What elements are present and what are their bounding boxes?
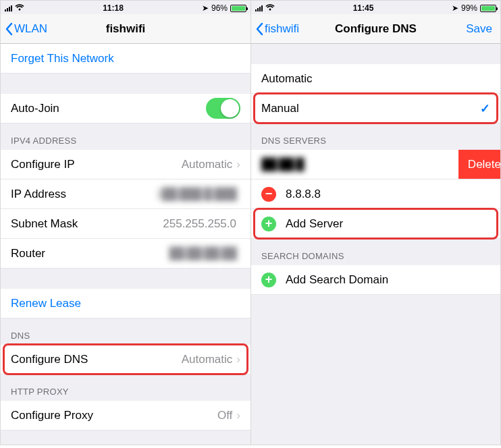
chevron-right-icon: › <box>236 409 240 422</box>
chevron-left-icon <box>5 22 13 36</box>
check-icon: ✓ <box>480 101 490 116</box>
dns-header: DNS <box>1 318 250 345</box>
nav-bar: fishwifi Configure DNS Save <box>251 14 500 44</box>
status-bar: 11:45 ➤ 99% <box>251 1 500 14</box>
dns-servers-header: DNS SERVERS <box>251 123 500 150</box>
chevron-right-icon: › <box>236 353 240 366</box>
battery-icon <box>480 5 496 12</box>
dns-mode-automatic[interactable]: Automatic <box>251 64 500 94</box>
auto-join-toggle[interactable] <box>206 98 240 119</box>
right-screen: 11:45 ➤ 99% fishwifi Configure DNS Save … <box>250 0 501 445</box>
back-label: WLAN <box>14 22 47 36</box>
ip-address-cell: IP Address 1██.███.█.███ <box>1 179 250 209</box>
nav-bar: WLAN fishwifi <box>1 14 250 44</box>
router-cell: Router ██.██.██.██ <box>1 239 250 269</box>
configure-proxy-cell[interactable]: Configure Proxy Off › <box>1 401 250 430</box>
wifi-icon <box>15 3 24 13</box>
add-search-domain-cell[interactable]: + Add Search Domain <box>251 265 500 295</box>
remove-icon[interactable]: − <box>261 187 276 202</box>
location-icon: ➤ <box>452 3 458 13</box>
chevron-right-icon: › <box>236 158 240 171</box>
dns-server-row-0[interactable]: ██.██.█ Delete <box>251 150 500 179</box>
back-button[interactable]: fishwifi <box>255 22 299 36</box>
dns-mode-manual[interactable]: Manual ✓ <box>251 94 500 123</box>
battery-icon <box>230 5 246 12</box>
add-icon[interactable]: + <box>261 273 276 287</box>
configure-dns-cell[interactable]: Configure DNS Automatic › <box>1 345 250 374</box>
ipv4-header: IPV4 ADDRESS <box>1 123 250 150</box>
auto-join-cell[interactable]: Auto-Join <box>1 94 250 123</box>
auto-join-label: Auto-Join <box>11 102 206 115</box>
battery-pct: 96% <box>211 3 228 13</box>
location-icon: ➤ <box>202 3 209 13</box>
clock: 11:45 <box>275 3 452 13</box>
battery-pct: 99% <box>461 3 477 13</box>
signal-icon <box>255 5 263 11</box>
clock: 11:18 <box>24 3 202 13</box>
proxy-header: HTTP PROXY <box>1 374 250 401</box>
left-screen: 11:18 ➤ 96% WLAN fishwifi Forget This Ne… <box>0 0 250 445</box>
forget-network-label: Forget This Network <box>11 52 114 65</box>
back-label: fishwifi <box>265 22 299 36</box>
delete-button[interactable]: Delete <box>458 150 501 179</box>
signal-icon <box>5 5 12 11</box>
chevron-left-icon <box>255 22 263 36</box>
search-domains-header: SEARCH DOMAINS <box>251 239 500 265</box>
subnet-mask-cell: Subnet Mask 255.255.255.0 <box>1 209 250 239</box>
add-server-cell[interactable]: + Add Server <box>251 209 500 239</box>
forget-network-cell[interactable]: Forget This Network <box>1 44 250 74</box>
status-bar: 11:18 ➤ 96% <box>1 1 250 14</box>
page-title: fishwifi <box>106 22 146 36</box>
wifi-icon <box>265 3 275 13</box>
page-title: Configure DNS <box>335 22 417 36</box>
configure-ip-cell[interactable]: Configure IP Automatic › <box>1 150 250 179</box>
add-icon[interactable]: + <box>261 217 276 231</box>
save-button[interactable]: Save <box>466 22 492 36</box>
dns-server-row-1[interactable]: − 8.8.8.8 <box>251 179 500 209</box>
renew-lease-cell[interactable]: Renew Lease <box>1 289 250 318</box>
back-button[interactable]: WLAN <box>5 22 47 36</box>
